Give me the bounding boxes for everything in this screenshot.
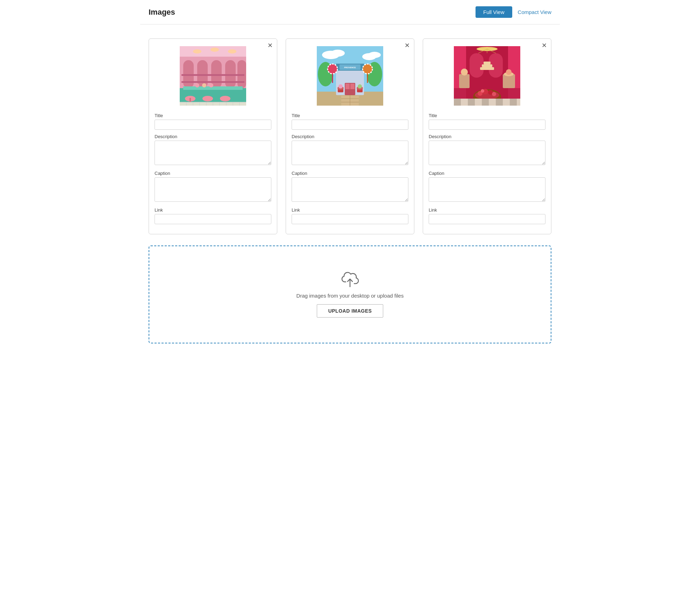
compact-view-button[interactable]: Compact View [518, 9, 551, 15]
svg-point-82 [492, 92, 496, 96]
card-3-description-field: Description [429, 134, 545, 166]
svg-rect-93 [496, 99, 503, 106]
card-3-link-input[interactable] [429, 214, 545, 224]
svg-text:PROVENCE: PROVENCE [344, 66, 356, 69]
card-1-title-field: Title [155, 113, 271, 130]
card-3-image [454, 46, 520, 106]
image-grid: ✕ [149, 38, 551, 234]
card-3-caption-field: Caption [429, 171, 545, 203]
svg-rect-92 [482, 99, 489, 106]
card-2-link-field: Link [292, 207, 408, 224]
svg-point-13 [202, 96, 213, 101]
card-3-caption-input[interactable] [429, 177, 545, 202]
svg-rect-75 [482, 64, 492, 67]
svg-rect-87 [459, 74, 470, 88]
svg-rect-74 [480, 67, 494, 70]
main-content: ✕ [140, 24, 560, 357]
full-view-button[interactable]: Full View [476, 6, 512, 18]
svg-point-34 [331, 50, 345, 57]
card-3-title-label: Title [429, 113, 545, 118]
header-actions: Full View Compact View [476, 6, 551, 18]
image-card-2: ✕ [286, 38, 414, 234]
card-3-description-label: Description [429, 134, 545, 139]
upload-cloud-icon [341, 272, 359, 287]
card-1-caption-field: Caption [155, 171, 271, 203]
close-card-1-button[interactable]: ✕ [267, 42, 273, 49]
svg-rect-72 [470, 53, 484, 78]
svg-rect-7 [181, 74, 244, 76]
card-1-title-input[interactable] [155, 120, 271, 130]
card-2-description-field: Description [292, 134, 408, 166]
svg-point-83 [481, 89, 484, 93]
svg-point-17 [228, 49, 236, 54]
close-card-2-button[interactable]: ✕ [405, 42, 410, 49]
card-1-description-field: Description [155, 134, 271, 166]
card-3-title-input[interactable] [429, 120, 545, 130]
card-2-link-label: Link [292, 207, 408, 213]
upload-images-button[interactable]: UPLOAD IMAGES [317, 304, 384, 318]
svg-point-16 [210, 48, 219, 52]
card-2-title-field: Title [292, 113, 408, 130]
svg-rect-55 [350, 84, 355, 89]
card-2-title-input[interactable] [292, 120, 408, 130]
card-1-description-input[interactable] [155, 141, 271, 165]
card-1-image [180, 46, 246, 106]
card-1-caption-label: Caption [155, 171, 271, 176]
svg-rect-10 [183, 86, 243, 90]
card-2-link-input[interactable] [292, 214, 408, 224]
card-2-image-container: PROVENCE [292, 44, 408, 107]
card-1-image-container [155, 44, 271, 107]
card-2-caption-label: Caption [292, 171, 408, 176]
card-1-link-field: Link [155, 207, 271, 224]
card-3-link-label: Link [429, 207, 545, 213]
svg-rect-76 [484, 62, 491, 64]
card-3-description-input[interactable] [429, 141, 545, 165]
svg-point-67 [358, 84, 362, 88]
close-card-3-button[interactable]: ✕ [542, 42, 547, 49]
card-2-description-label: Description [292, 134, 408, 139]
card-2-caption-input[interactable] [292, 177, 408, 202]
image-card-1: ✕ [149, 38, 277, 234]
svg-rect-54 [345, 84, 350, 89]
upload-drag-text: Drag images from your desktop or upload … [297, 293, 404, 299]
svg-rect-90 [454, 99, 461, 106]
card-1-link-label: Link [155, 207, 271, 213]
card-1-caption-input[interactable] [155, 177, 271, 202]
svg-rect-94 [510, 99, 517, 106]
card-3-link-field: Link [429, 207, 545, 224]
svg-rect-91 [468, 99, 475, 106]
svg-point-88 [461, 69, 468, 76]
page-header: Images Full View Compact View [140, 0, 560, 24]
card-3-caption-label: Caption [429, 171, 545, 176]
card-3-image-container [429, 44, 545, 107]
card-2-caption-field: Caption [292, 171, 408, 203]
card-1-description-label: Description [155, 134, 271, 139]
svg-rect-8 [181, 81, 244, 83]
svg-point-19 [202, 83, 206, 87]
card-2-title-label: Title [292, 113, 408, 118]
svg-point-15 [193, 49, 201, 54]
svg-point-86 [506, 69, 512, 75]
page-title: Images [149, 8, 175, 17]
svg-point-64 [338, 84, 343, 88]
card-3-title-field: Title [429, 113, 545, 130]
image-card-3: ✕ [423, 38, 551, 234]
svg-point-36 [368, 52, 381, 58]
svg-point-20 [209, 83, 213, 87]
card-1-link-input[interactable] [155, 214, 271, 224]
upload-drop-zone[interactable]: Drag images from your desktop or upload … [149, 245, 551, 343]
svg-rect-84 [503, 74, 515, 88]
card-2-image: PROVENCE [317, 46, 383, 106]
card-1-title-label: Title [155, 113, 271, 118]
svg-point-14 [220, 96, 230, 101]
card-2-description-input[interactable] [292, 141, 408, 165]
svg-point-18 [195, 83, 199, 87]
